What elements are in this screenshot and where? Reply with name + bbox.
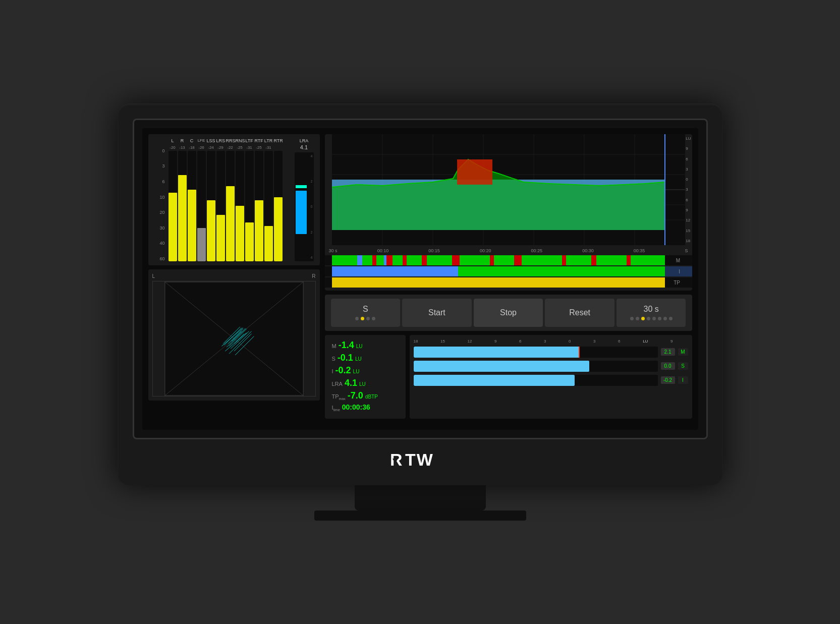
- ch-RTR: RTR: [274, 138, 283, 143]
- bar-R: [178, 151, 187, 261]
- bar-C: [188, 151, 196, 261]
- ch-R: R: [178, 138, 187, 143]
- svg-rect-58: [332, 266, 458, 276]
- svg-rect-34: [362, 255, 372, 265]
- svg-rect-42: [422, 255, 427, 265]
- svg-text:TW: TW: [405, 450, 434, 469]
- svg-rect-52: [591, 255, 596, 265]
- vectorscope-display: [152, 281, 316, 396]
- lra-bar: 4 2 0 2 4: [295, 152, 314, 261]
- I-label: -0.2: [661, 376, 675, 384]
- bar-L: [169, 151, 177, 261]
- loudness-panel: LU 9 6 3 0 3 6 9 12 15: [325, 134, 692, 291]
- svg-rect-32: [332, 255, 357, 265]
- loudness-chart-svg: [325, 134, 692, 245]
- s-dot-3: [366, 317, 370, 320]
- svg-rect-55: [631, 255, 665, 265]
- ch-LTR: LTR: [264, 138, 273, 143]
- svg-rect-47: [494, 255, 514, 265]
- screen-content: 0 3 6 10 20 30 40 60: [142, 128, 698, 430]
- S-tag: S: [678, 362, 688, 370]
- bar-LTF: [245, 151, 254, 261]
- bar-LFE: [197, 151, 206, 261]
- ch-LSS: LSS: [207, 138, 215, 143]
- svg-rect-50: [562, 255, 566, 265]
- svg-rect-37: [384, 255, 386, 265]
- svg-rect-45: [460, 255, 490, 265]
- svg-rect-35: [372, 255, 376, 265]
- svg-text:TP: TP: [674, 280, 680, 286]
- time-dot-1: [630, 317, 634, 320]
- ch-C: C: [188, 138, 196, 143]
- bar-RTF: [255, 151, 263, 261]
- time-dot-8: [669, 317, 673, 320]
- vector-label-L: L: [152, 273, 155, 279]
- bar-LRS: [216, 151, 225, 261]
- left-panels: 0 3 6 10 20 30 40 60: [148, 134, 320, 419]
- ch-LRS: LRS: [216, 138, 225, 143]
- I-bar-row: I: [325, 266, 692, 276]
- S-label: 0.0: [661, 362, 675, 370]
- time-dot-3: [641, 317, 645, 320]
- meter-bar-scale: 18 15 12 9 6 3 0 3 6 LU 9: [414, 339, 688, 344]
- svg-rect-40: [403, 255, 407, 265]
- monitor-screen: 0 3 6 10 20 30 40 60: [133, 119, 708, 439]
- monitor-foot: [314, 510, 526, 521]
- meter-bar-S: 0.0 S: [414, 361, 688, 372]
- ch-RNS: RNS: [236, 138, 244, 143]
- controls-panel: S Start: [325, 295, 692, 331]
- svg-rect-53: [596, 255, 627, 265]
- s-dot-2: [361, 317, 364, 320]
- svg-rect-30: [457, 159, 492, 185]
- svg-rect-38: [386, 255, 393, 265]
- svg-rect-59: [458, 266, 463, 276]
- time-dot-2: [636, 317, 639, 320]
- lra-title: LRA: [295, 138, 314, 143]
- svg-rect-54: [627, 255, 631, 265]
- svg-rect-39: [393, 255, 403, 265]
- time-dot-6: [658, 317, 661, 320]
- start-button[interactable]: Start: [402, 299, 472, 327]
- lra-panel: LRA 4.1 4 2 0 2 4: [293, 138, 316, 261]
- ch-L: L: [169, 138, 177, 143]
- svg-rect-36: [376, 255, 384, 265]
- time-dot-4: [647, 317, 650, 320]
- lra-value: 4.1: [295, 144, 314, 150]
- time-dot-7: [663, 317, 667, 320]
- svg-rect-60: [463, 266, 665, 276]
- meter-bar-M: 2.1 M: [414, 347, 688, 358]
- timeline-labels: 30 s 00:10 00:15 00:20 00:25 00:30 00:35…: [325, 247, 692, 254]
- svg-rect-33: [357, 255, 362, 265]
- stats-panel: M -1.4 LU S -0.1 LU I -0.2: [325, 335, 406, 419]
- ch-LTF: LTF: [245, 138, 254, 143]
- meter-panel: 0 3 6 10 20 30 40 60: [148, 134, 320, 265]
- M-label: 2.1: [661, 348, 675, 356]
- ch-RRS: RRS: [226, 138, 235, 143]
- bar-LTR: [264, 151, 273, 261]
- ch-LFE: LFE: [197, 138, 206, 143]
- time-button[interactable]: 30 s: [617, 299, 686, 327]
- stats-row: M -1.4 LU S -0.1 LU I -0.2: [325, 335, 692, 419]
- ch-RTF: RTF: [255, 138, 263, 143]
- meter-bars-panel: 18 15 12 9 6 3 0 3 6 LU 9: [410, 335, 692, 419]
- I-tag: I: [678, 376, 688, 384]
- svg-rect-48: [514, 255, 522, 265]
- meter-bar-I: -0.2 I: [414, 375, 688, 386]
- svg-rect-51: [566, 255, 591, 265]
- s-dot-1: [355, 317, 359, 320]
- brand-logo: R TW: [133, 439, 708, 485]
- s-dot-4: [372, 317, 375, 320]
- s-button[interactable]: S: [331, 299, 401, 327]
- svg-rect-62: [332, 277, 665, 288]
- monitor-stand: [355, 485, 486, 510]
- time-dot-5: [652, 317, 656, 320]
- stop-button[interactable]: Stop: [474, 299, 543, 327]
- bar-LSS: [207, 151, 215, 261]
- svg-rect-46: [490, 255, 494, 265]
- bar-RNS: [236, 151, 244, 261]
- vector-label-R: R: [312, 273, 315, 279]
- reset-button[interactable]: Reset: [545, 299, 614, 327]
- vectorscope-panel: L R: [148, 269, 320, 401]
- svg-rect-43: [427, 255, 452, 265]
- bar-RTR: [274, 151, 283, 261]
